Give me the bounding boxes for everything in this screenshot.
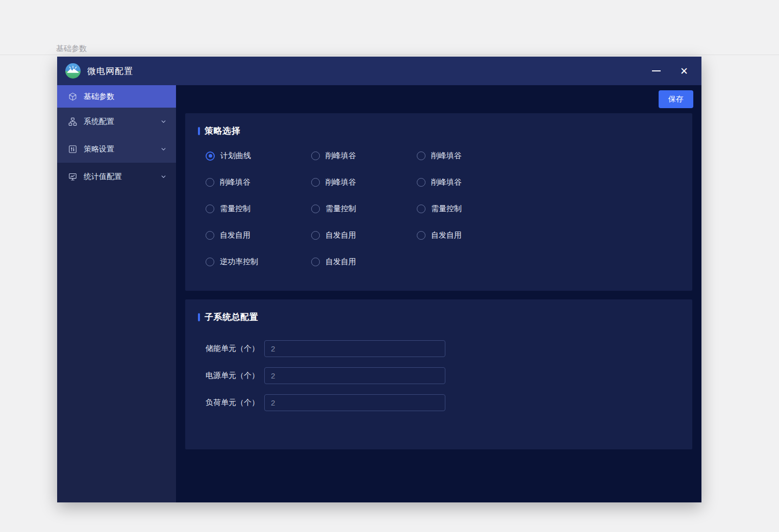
- radio-option[interactable]: 逆功率控制: [206, 257, 311, 267]
- sliders-icon: [67, 144, 78, 154]
- strategy-options: 计划曲线 削峰填谷 削峰填谷 削峰填谷 削峰填谷 削峰填谷 需量控制 需量控制 …: [206, 151, 680, 267]
- window-titlebar: 微电网配置 ✕: [57, 57, 701, 85]
- background-divider: [0, 55, 779, 55]
- radio-option[interactable]: 自发自用: [311, 257, 417, 267]
- radio-icon: [311, 151, 320, 160]
- radio-option[interactable]: 自发自用: [311, 231, 417, 240]
- strategy-section-title: 策略选择: [198, 125, 680, 137]
- title-accent-bar: [198, 127, 200, 135]
- sitemap-icon: [67, 116, 78, 126]
- radio-icon: [417, 178, 425, 187]
- form-row-power-units: 电源单元（个）: [206, 367, 680, 384]
- close-icon: ✕: [680, 66, 688, 76]
- radio-option[interactable]: 削峰填谷: [417, 178, 680, 187]
- radio-icon: [311, 231, 320, 240]
- subsystem-panel: 子系统总配置 储能单元（个） 电源单元（个） 负荷单元（个）: [185, 299, 692, 449]
- save-button[interactable]: 保存: [659, 90, 693, 108]
- power-units-label: 电源单元（个）: [206, 371, 259, 381]
- load-units-label: 负荷单元（个）: [206, 398, 259, 408]
- radio-option[interactable]: 削峰填谷: [417, 151, 680, 161]
- sidebar-item-system-config[interactable]: 系统配置: [57, 108, 176, 135]
- sidebar-item-statistics-config[interactable]: 统计值配置: [57, 163, 176, 190]
- main-content: 保存 策略选择 计划曲线 削峰填谷 削峰填谷 削峰填谷 削峰填谷 削峰填谷 需: [176, 85, 701, 502]
- radio-option[interactable]: 计划曲线: [206, 151, 311, 161]
- storage-units-input[interactable]: [264, 340, 445, 357]
- radio-option[interactable]: 削峰填谷: [311, 178, 417, 187]
- sidebar-item-label: 策略设置: [84, 144, 114, 154]
- window-title: 微电网配置: [87, 65, 133, 77]
- toolbar: 保存: [176, 85, 701, 113]
- subsystem-form: 储能单元（个） 电源单元（个） 负荷单元（个）: [206, 340, 680, 411]
- subsystem-section-title: 子系统总配置: [198, 311, 680, 323]
- radio-option[interactable]: 需量控制: [206, 204, 311, 214]
- window-controls: ✕: [650, 64, 690, 78]
- radio-icon: [417, 231, 425, 240]
- radio-icon: [311, 258, 320, 266]
- radio-icon: [311, 178, 320, 187]
- chevron-down-icon: [160, 118, 167, 125]
- title-accent-bar: [198, 313, 200, 321]
- form-row-load-units: 负荷单元（个）: [206, 394, 680, 411]
- close-button[interactable]: ✕: [678, 64, 690, 78]
- power-units-input[interactable]: [264, 367, 445, 384]
- sidebar: 基础参数 系统配置: [57, 85, 176, 502]
- cube-icon: [67, 91, 78, 102]
- sidebar-item-basic-params[interactable]: 基础参数: [57, 85, 176, 108]
- sidebar-item-label: 统计值配置: [84, 172, 122, 182]
- radio-icon: [206, 205, 214, 213]
- radio-icon: [206, 151, 215, 161]
- minimize-button[interactable]: [650, 68, 663, 73]
- app-logo-icon: [65, 63, 81, 79]
- background-section-label: 基础参数: [56, 44, 87, 54]
- radio-icon: [417, 205, 425, 213]
- radio-option[interactable]: 需量控制: [417, 204, 680, 214]
- radio-icon: [417, 151, 425, 160]
- minimize-icon: [652, 70, 661, 71]
- sidebar-item-label: 基础参数: [84, 92, 114, 102]
- radio-icon: [206, 258, 214, 266]
- monitor-icon: [67, 171, 78, 182]
- sidebar-item-strategy-settings[interactable]: 策略设置: [57, 135, 176, 163]
- radio-icon: [311, 205, 320, 213]
- radio-icon: [206, 231, 214, 240]
- form-row-storage-units: 储能单元（个）: [206, 340, 680, 357]
- app-window: 微电网配置 ✕ 基础参数: [57, 57, 701, 502]
- sidebar-item-label: 系统配置: [84, 117, 114, 126]
- radio-option[interactable]: 需量控制: [311, 204, 417, 214]
- storage-units-label: 储能单元（个）: [206, 344, 259, 353]
- radio-icon: [206, 178, 214, 187]
- load-units-input[interactable]: [264, 394, 445, 411]
- chevron-down-icon: [160, 173, 167, 180]
- radio-option[interactable]: 自发自用: [417, 231, 680, 240]
- chevron-down-icon: [160, 146, 167, 153]
- radio-option[interactable]: 削峰填谷: [311, 151, 417, 161]
- strategy-panel: 策略选择 计划曲线 削峰填谷 削峰填谷 削峰填谷 削峰填谷 削峰填谷 需量控制 …: [185, 113, 692, 291]
- radio-option[interactable]: 自发自用: [206, 231, 311, 240]
- radio-option[interactable]: 削峰填谷: [206, 178, 311, 187]
- desktop-page: 基础参数: [0, 0, 779, 532]
